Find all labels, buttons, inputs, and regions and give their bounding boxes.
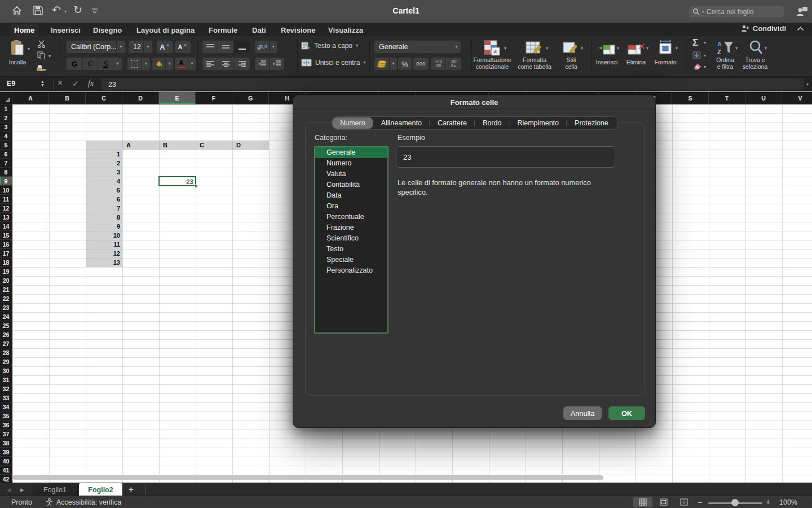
row-header-4[interactable]: 4 bbox=[0, 132, 12, 141]
conditional-formatting-dropdown-icon[interactable]: ▾ bbox=[504, 46, 506, 51]
row-header-38[interactable]: 38 bbox=[0, 439, 12, 448]
collapse-ribbon-icon[interactable] bbox=[797, 27, 804, 31]
format-cells-dropdown-icon[interactable]: ▾ bbox=[676, 46, 678, 51]
format-as-table-dropdown-icon[interactable]: ▾ bbox=[546, 46, 548, 51]
autosum-dropdown-icon[interactable]: ▾ bbox=[704, 41, 706, 45]
page-layout-view-button[interactable] bbox=[654, 497, 673, 507]
number-format-select[interactable]: Generale ▾ bbox=[374, 41, 461, 53]
sheet-nav-left-icon[interactable]: ◀ bbox=[7, 487, 11, 493]
row-header-2[interactable]: 2 bbox=[0, 113, 12, 122]
undo-icon[interactable]: ↶ bbox=[52, 5, 61, 16]
zoom-slider-handle[interactable] bbox=[731, 499, 739, 506]
row-header-11[interactable]: 11 bbox=[0, 195, 12, 204]
decrease-indent-icon[interactable] bbox=[255, 58, 270, 70]
category-item-numero[interactable]: Numero bbox=[315, 158, 387, 169]
ribbon-tab-home[interactable]: Home bbox=[10, 24, 39, 36]
row-header-17[interactable]: 17 bbox=[0, 249, 12, 258]
category-item-ora[interactable]: Ora bbox=[315, 201, 387, 212]
category-item-contabilità[interactable]: Contabilità bbox=[315, 179, 387, 190]
clear-eraser-icon[interactable] bbox=[692, 63, 702, 70]
search-scope-dropdown-icon[interactable]: ▾ bbox=[702, 10, 704, 14]
row-header-22[interactable]: 22 bbox=[0, 294, 12, 303]
currency-dropdown-icon[interactable]: ▾ bbox=[390, 58, 397, 70]
row-header-21[interactable]: 21 bbox=[0, 285, 12, 294]
zoom-level[interactable]: 100% bbox=[779, 498, 797, 506]
borders-icon[interactable] bbox=[127, 58, 142, 70]
search-input[interactable]: ▾ Cerca nel foglio bbox=[689, 6, 784, 17]
copy-icon[interactable] bbox=[37, 51, 45, 59]
text-orientation-icon[interactable]: ab bbox=[255, 41, 270, 53]
row-header-41[interactable]: 41 bbox=[0, 466, 12, 475]
ribbon-tab-dati[interactable]: Dati bbox=[248, 24, 271, 36]
add-sheet-button[interactable]: + bbox=[129, 484, 134, 494]
category-item-percentuale[interactable]: Percentuale bbox=[315, 212, 387, 222]
conditional-formatting-button[interactable]: ≠ bbox=[482, 40, 501, 56]
ribbon-tab-revisione[interactable]: Revisione bbox=[276, 24, 320, 36]
format-cells-button[interactable] bbox=[656, 40, 674, 55]
dialog-tab-numero[interactable]: Numero bbox=[332, 117, 373, 129]
row-header-6[interactable]: 6 bbox=[0, 150, 12, 159]
category-item-testo[interactable]: Testo bbox=[315, 244, 387, 255]
category-item-frazione[interactable]: Frazione bbox=[315, 222, 387, 233]
column-header-B[interactable]: B bbox=[49, 92, 86, 104]
comma-style-button[interactable]: 000 bbox=[413, 58, 429, 70]
column-header-T[interactable]: T bbox=[709, 92, 745, 104]
font-color-icon[interactable]: A bbox=[175, 58, 188, 70]
row-header-3[interactable]: 3 bbox=[0, 122, 12, 132]
ribbon-tab-formule[interactable]: Formule bbox=[204, 24, 242, 36]
column-header-F[interactable]: F bbox=[196, 92, 232, 104]
align-bottom-icon[interactable] bbox=[234, 41, 250, 53]
column-header-V[interactable]: V bbox=[782, 92, 812, 104]
align-right-icon[interactable] bbox=[234, 58, 250, 70]
dialog-tab-protezione[interactable]: Protezione bbox=[567, 117, 616, 129]
cell-styles-dropdown-icon[interactable]: ▾ bbox=[581, 46, 583, 51]
row-header-15[interactable]: 15 bbox=[0, 231, 12, 240]
row-header-29[interactable]: 29 bbox=[0, 357, 12, 366]
insert-cells-button[interactable] bbox=[598, 41, 616, 55]
row-header-27[interactable]: 27 bbox=[0, 339, 12, 348]
zoom-out-button[interactable]: − bbox=[698, 498, 702, 507]
zoom-in-button[interactable]: + bbox=[766, 497, 770, 506]
column-header-U[interactable]: U bbox=[745, 92, 782, 104]
merge-center-button[interactable]: Unisci e centra ▾ bbox=[301, 59, 365, 67]
column-header-A[interactable]: A bbox=[12, 92, 49, 104]
selected-cell-outline[interactable] bbox=[158, 176, 196, 186]
row-header-25[interactable]: 25 bbox=[0, 321, 12, 330]
row-header-32[interactable]: 32 bbox=[0, 384, 12, 393]
font-color-dropdown-icon[interactable]: ▾ bbox=[188, 58, 196, 70]
cancel-button[interactable]: Annulla bbox=[563, 406, 602, 420]
cancel-entry-icon[interactable]: × bbox=[58, 78, 63, 88]
row-header-30[interactable]: 30 bbox=[0, 366, 12, 375]
grow-font-button[interactable]: A▲ bbox=[157, 41, 173, 53]
row-header-26[interactable]: 26 bbox=[0, 330, 12, 339]
dialog-tab-allineamento[interactable]: Allineamento bbox=[373, 117, 430, 129]
row-header-34[interactable]: 34 bbox=[0, 402, 12, 411]
ribbon-tab-inserisci[interactable]: Inserisci bbox=[46, 24, 85, 36]
insert-cells-dropdown-icon[interactable]: ▾ bbox=[617, 46, 619, 51]
row-header-5[interactable]: 5 bbox=[0, 141, 12, 150]
row-header-1[interactable]: 1 bbox=[0, 104, 12, 113]
underline-button[interactable]: S bbox=[98, 58, 113, 70]
undo-dropdown-icon[interactable]: ▾ bbox=[64, 10, 67, 14]
normal-view-button[interactable] bbox=[633, 497, 652, 507]
category-item-personalizzato[interactable]: Personalizzato bbox=[315, 265, 387, 276]
row-header-8[interactable]: 8 bbox=[0, 168, 12, 177]
sort-filter-button[interactable]: A Z bbox=[716, 40, 734, 56]
row-header-36[interactable]: 36 bbox=[0, 421, 12, 430]
row-header-28[interactable]: 28 bbox=[0, 348, 12, 357]
row-header-42[interactable]: 42 bbox=[0, 475, 12, 483]
find-select-button[interactable] bbox=[748, 40, 764, 56]
category-item-scientifico[interactable]: Scientifico bbox=[315, 233, 387, 244]
insert-function-icon[interactable]: fx bbox=[88, 79, 94, 88]
fill-dropdown-icon[interactable]: ▾ bbox=[704, 54, 706, 58]
delete-cells-dropdown-icon[interactable]: ▾ bbox=[646, 46, 648, 51]
row-header-9[interactable]: 9 bbox=[0, 177, 12, 186]
row-header-10[interactable]: 10 bbox=[0, 186, 12, 195]
increase-indent-icon[interactable] bbox=[270, 58, 284, 70]
italic-button[interactable]: C bbox=[83, 58, 98, 70]
increase-decimal-icon[interactable]: ◄.0.00 bbox=[431, 58, 446, 70]
redo-icon[interactable]: ↻ bbox=[73, 5, 82, 16]
row-header-24[interactable]: 24 bbox=[0, 312, 12, 321]
sheet-tab-foglio2[interactable]: Foglio2 bbox=[79, 483, 123, 496]
select-all-corner[interactable] bbox=[0, 92, 12, 104]
